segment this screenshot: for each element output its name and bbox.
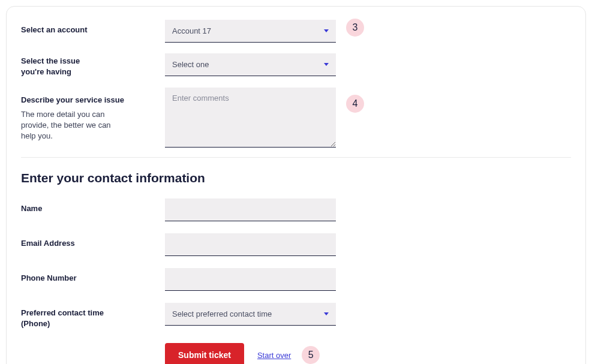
contact-heading: Enter your contact information (21, 171, 571, 185)
issue-row: Select the issue you're having Select on… (21, 53, 571, 77)
email-label-col: Email Address (21, 233, 165, 249)
describe-input-col: 4 (165, 88, 336, 150)
phone-label-col: Phone Number (21, 268, 165, 284)
describe-label: Describe your service issue (21, 95, 165, 106)
name-label-col: Name (21, 198, 165, 214)
phone-input[interactable] (165, 268, 336, 291)
describe-subtext: The more detail you can provide, the bet… (21, 109, 123, 142)
issue-input-col: Select one (165, 53, 336, 76)
ticket-form-container: Select an account Account 17 3 Select th… (6, 6, 586, 364)
account-select-value: Account 17 (172, 26, 211, 35)
submit-ticket-button[interactable]: Submit ticket (165, 343, 244, 364)
phone-label: Phone Number (21, 273, 165, 284)
section-divider (21, 157, 571, 158)
account-select[interactable]: Account 17 (165, 20, 336, 43)
start-over-link[interactable]: Start over (257, 351, 291, 360)
name-input[interactable] (165, 198, 336, 221)
account-label-col: Select an account (21, 20, 165, 35)
account-input-col: Account 17 3 (165, 20, 336, 43)
name-row: Name (21, 198, 571, 221)
account-label: Select an account (21, 25, 165, 35)
name-label: Name (21, 203, 165, 214)
name-input-col (165, 198, 336, 221)
button-row: Submit ticket Start over 5 (165, 343, 571, 364)
describe-textarea[interactable] (165, 88, 336, 148)
callout-badge-3: 3 (346, 19, 364, 37)
email-input[interactable] (165, 233, 336, 256)
dropdown-arrow-icon (324, 312, 329, 315)
preferred-time-input-col: Select preferred contact time (165, 303, 336, 326)
issue-label: Select the issue you're having (21, 56, 99, 77)
preferred-time-label: Preferred contact time (Phone) (21, 308, 117, 329)
preferred-time-placeholder: Select preferred contact time (172, 309, 272, 318)
issue-select[interactable]: Select one (165, 53, 336, 76)
callout-badge-5: 5 (302, 346, 320, 364)
callout-badge-4: 4 (346, 95, 364, 113)
preferred-time-select[interactable]: Select preferred contact time (165, 303, 336, 326)
email-row: Email Address (21, 233, 571, 256)
dropdown-arrow-icon (324, 63, 329, 66)
phone-input-col (165, 268, 336, 291)
preferred-time-row: Preferred contact time (Phone) Select pr… (21, 303, 571, 329)
phone-row: Phone Number (21, 268, 571, 291)
describe-row: Describe your service issue The more det… (21, 88, 571, 150)
email-input-col (165, 233, 336, 256)
dropdown-arrow-icon (324, 29, 329, 32)
email-label: Email Address (21, 238, 165, 249)
describe-label-col: Describe your service issue The more det… (21, 88, 165, 142)
preferred-time-label-col: Preferred contact time (Phone) (21, 303, 165, 329)
issue-select-placeholder: Select one (172, 60, 209, 69)
issue-label-col: Select the issue you're having (21, 53, 165, 77)
account-row: Select an account Account 17 3 (21, 20, 571, 43)
